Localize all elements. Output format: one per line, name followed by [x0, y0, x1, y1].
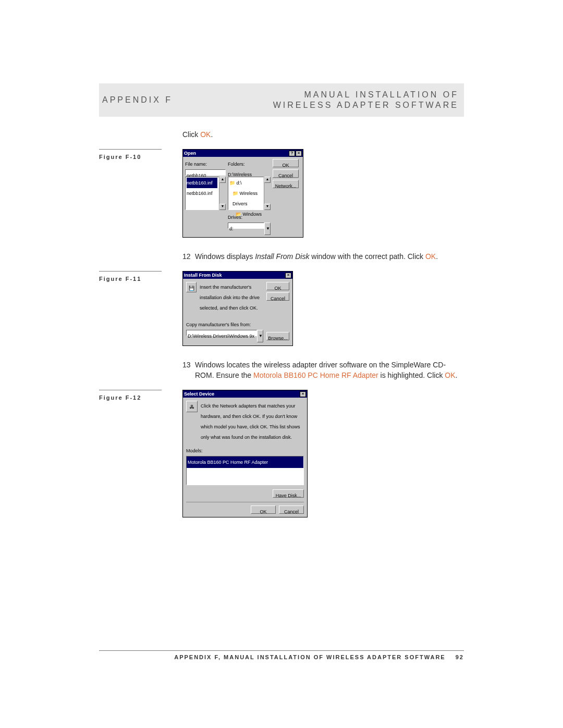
- open-file-item1[interactable]: netbb160.inf: [187, 188, 217, 199]
- s12-italic: Install From Disk: [255, 252, 309, 261]
- row-f10: Figure F-10 Open ? × File name: netbb160: [99, 149, 464, 238]
- step12-line: 12 Windows displays Install From Disk wi…: [182, 251, 464, 262]
- open-file-list-inner: netbb160.inf netbb160.inf: [185, 177, 219, 210]
- s13-ok: OK: [445, 371, 455, 379]
- open-file-listbox[interactable]: netbb160.inf netbb160.inf ▲ ▼: [185, 177, 226, 210]
- sel-label-models: Models:: [186, 446, 304, 456]
- figure-label-f10: Figure F-10: [99, 154, 141, 160]
- main-f11: Install From Disk × 💾 Insert the manufac…: [182, 271, 464, 346]
- open-filename-input[interactable]: netbb160: [185, 169, 226, 176]
- sel-bottom-row: OK Cancel: [186, 502, 304, 514]
- step13-num: 13: [182, 360, 195, 380]
- open-folder-path: D:\Wireless Dr...\Windows 9x: [228, 169, 271, 176]
- step13-body: Windows locates the wireless adapter dri…: [195, 360, 464, 380]
- side-empty3: [99, 360, 182, 380]
- open-right-col: OK Cancel Network...: [273, 159, 299, 235]
- chevron-down-icon[interactable]: ▼: [264, 223, 271, 235]
- open-tree1-text: Wireless Drivers: [232, 191, 258, 206]
- ifd-path-row: D:\Wireless Drivers\Windows 9x ▼ Browse.…: [186, 330, 289, 342]
- sel-titlebar-buttons: ×: [300, 391, 306, 397]
- ifd-label-copy: Copy manufacturer's files from:: [186, 319, 289, 330]
- side-empty: [99, 129, 182, 140]
- intro-text: Click OK.: [182, 129, 464, 140]
- chevron-down-icon2[interactable]: ▼: [257, 330, 263, 342]
- sel-body: 🖧 Click the Network adapters that matche…: [183, 398, 307, 517]
- ifd-browse-button[interactable]: Browse...: [266, 332, 289, 340]
- intro-row: Click OK.: [99, 129, 464, 140]
- open-cancel-button[interactable]: Cancel: [273, 169, 299, 178]
- ifd-cancel-button[interactable]: Cancel: [266, 292, 289, 301]
- sel-cancel-button[interactable]: Cancel: [279, 505, 304, 514]
- s12-t2: window with the correct path. Click: [309, 252, 425, 261]
- open-folder-tree: 📁 d:\ 📁 Wireless Drivers 📂 Windows 9x: [228, 177, 264, 210]
- open-titlebar: Open ? ×: [183, 150, 303, 157]
- step12-text: 12 Windows displays Install From Disk wi…: [182, 251, 464, 262]
- close-icon[interactable]: ×: [296, 151, 302, 156]
- scroll-up-icon[interactable]: ▲: [219, 177, 226, 183]
- scroll-down-icon2[interactable]: ▼: [264, 204, 271, 210]
- fig-label-wrap2: Figure F-11: [99, 271, 162, 283]
- header-right-line2: WIRELESS ADAPTER SOFTWARE: [273, 100, 459, 110]
- open-file-scroll[interactable]: ▲ ▼: [219, 177, 226, 210]
- row-f12: Figure F-12 Select Device × 🖧 Click the …: [99, 390, 464, 517]
- scroll-up-icon2[interactable]: ▲: [264, 177, 271, 183]
- open-label-filename: File name:: [185, 159, 226, 169]
- step12-body: Windows displays Install From Disk windo…: [195, 251, 464, 262]
- header-left: APPENDIX F: [99, 95, 173, 105]
- open-label-folders: Folders:: [228, 159, 271, 169]
- s12-ok: OK: [425, 252, 436, 261]
- install-from-disk-dialog: Install From Disk × 💾 Insert the manufac…: [182, 271, 293, 346]
- fig-label-wrap3: Figure F-12: [99, 390, 162, 402]
- row-f11: Figure F-11 Install From Disk × 💾 Insert…: [99, 271, 464, 346]
- open-file-item0[interactable]: netbb160.inf: [187, 178, 217, 188]
- sel-models-list[interactable]: Motorola BB160 PC Home RF Adapter: [186, 456, 304, 485]
- step12-num: 12: [182, 251, 195, 262]
- sel-have-row: Have Disk...: [186, 489, 304, 498]
- scroll-down-icon[interactable]: ▼: [219, 204, 226, 210]
- ifd-body: 💾 Insert the manufacturer's installation…: [183, 279, 292, 346]
- open-drive-value: d:: [228, 223, 264, 229]
- side-f12: Figure F-12: [99, 390, 182, 517]
- open-mid-col: Folders: D:\Wireless Dr...\Windows 9x 📁 …: [228, 159, 271, 235]
- help-icon[interactable]: ?: [289, 151, 295, 156]
- close-icon3[interactable]: ×: [300, 391, 306, 397]
- sel-havedisk-button[interactable]: Have Disk...: [273, 489, 304, 498]
- open-network-button[interactable]: Network...: [273, 180, 299, 188]
- ifd-titlebar-buttons: ×: [285, 273, 291, 278]
- row-step13: 13 Windows locates the wireless adapter …: [99, 360, 464, 380]
- ifd-titlebar: Install From Disk ×: [183, 272, 292, 279]
- main-f12: Select Device × 🖧 Click the Network adap…: [182, 390, 464, 517]
- ifd-path-value: D:\Wireless Drivers\Windows 9x: [186, 330, 257, 336]
- s13-t3: .: [456, 371, 458, 379]
- open-ok-button[interactable]: OK: [273, 159, 299, 167]
- sel-model0[interactable]: Motorola BB160 PC Home RF Adapter: [187, 456, 303, 468]
- open-folder-scroll[interactable]: ▲ ▼: [264, 177, 271, 210]
- select-device-dialog: Select Device × 🖧 Click the Network adap…: [182, 390, 308, 517]
- close-icon2[interactable]: ×: [285, 273, 291, 278]
- page-header: APPENDIX F MANUAL INSTALLATION OF WIRELE…: [99, 83, 464, 117]
- header-right: MANUAL INSTALLATION OF WIRELESS ADAPTER …: [273, 90, 459, 110]
- s13-hl1: Motorola BB160 PC Home RF Adapter: [253, 371, 378, 379]
- open-left-col: File name: netbb160 netbb160.inf netbb16…: [185, 159, 226, 235]
- open-body: File name: netbb160 netbb160.inf netbb16…: [183, 157, 303, 237]
- s13-t2: is highlighted. Click: [378, 371, 445, 379]
- main-f10: Open ? × File name: netbb160 netbb160.in…: [182, 149, 464, 238]
- open-folder-listbox[interactable]: 📁 d:\ 📁 Wireless Drivers 📂 Windows 9x ▲ …: [228, 177, 271, 210]
- open-tree0-text: d:\: [237, 180, 242, 186]
- open-tree1[interactable]: 📁 Wireless Drivers: [229, 188, 262, 209]
- ifd-ok-button[interactable]: OK: [266, 282, 289, 290]
- side-f11: Figure F-11: [99, 271, 182, 346]
- step13-text: 13 Windows locates the wireless adapter …: [182, 360, 464, 380]
- ifd-msg: Insert the manufacturer's installation d…: [200, 282, 263, 313]
- header-right-line1: MANUAL INSTALLATION OF: [273, 90, 459, 100]
- open-tree0[interactable]: 📁 d:\: [229, 178, 262, 188]
- ifd-btns: OK Cancel: [266, 282, 289, 313]
- footer-text: APPENDIX F, MANUAL INSTALLATION OF WIREL…: [174, 654, 446, 660]
- ifd-path-combo[interactable]: D:\Wireless Drivers\Windows 9x ▼: [186, 330, 263, 342]
- intro-ok: OK: [200, 130, 211, 139]
- side-f10: Figure F-10: [99, 149, 182, 238]
- disk-icon: 💾: [186, 282, 197, 292]
- open-titlebar-buttons: ? ×: [289, 151, 302, 156]
- sel-ok-button[interactable]: OK: [251, 505, 276, 514]
- ifd-top: 💾 Insert the manufacturer's installation…: [186, 282, 289, 313]
